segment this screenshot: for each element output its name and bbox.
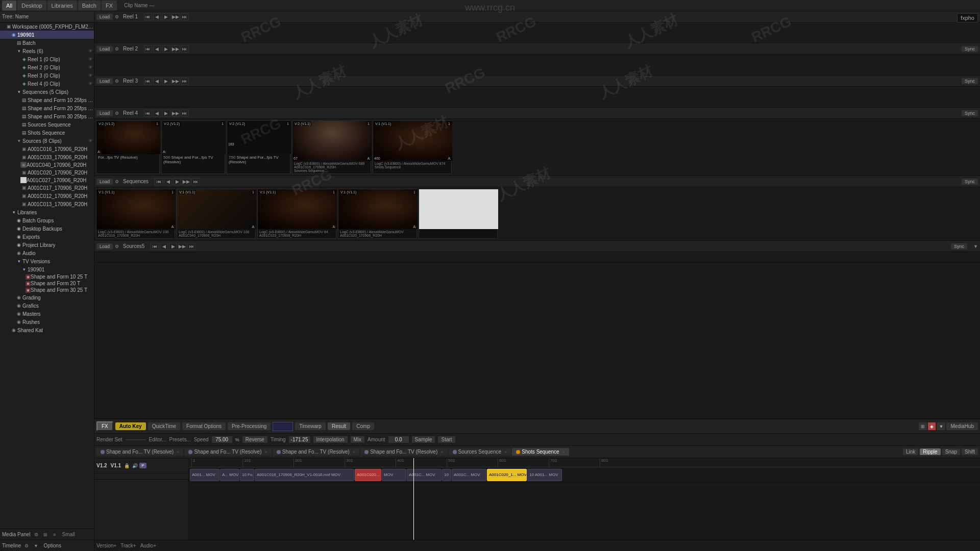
tree-audio[interactable]: ◉ Audio — [0, 249, 94, 257]
tree-area[interactable]: ▣ Workspace (0005_FXPHD_FLM219_190625...… — [0, 22, 94, 529]
tclip-8[interactable]: A001C... MOV — [452, 469, 486, 481]
link-btn[interactable]: Link — [903, 448, 918, 455]
tree-seq2[interactable]: ▤ Shape and Form 20 25fps TV (Re... — [0, 104, 94, 112]
seq-tab-0[interactable]: Shape and Fo... TV (Resolve) × — [96, 448, 183, 456]
reel1-nav-begin[interactable]: ⏮ — [144, 13, 152, 20]
tree-masters[interactable]: ◉ Masters — [0, 310, 94, 318]
tclip-5[interactable]: MOV — [382, 469, 406, 481]
tree-workspace[interactable]: ▣ Workspace (0005_FXPHD_FLM219_190625... — [0, 22, 94, 31]
reel1-nav-end[interactable]: ⏭ — [181, 13, 189, 20]
tclip-4[interactable]: A001C020... MOV — [355, 469, 381, 481]
sources-nav-play[interactable]: ▶ — [169, 243, 177, 250]
reel3-load-btn[interactable]: Load — [96, 78, 113, 84]
tclip-7[interactable]: 10 — [442, 469, 451, 481]
timing-val[interactable]: -171.25 — [289, 436, 310, 443]
interp-btn[interactable]: Interpolation — [313, 436, 348, 443]
reel2-load-btn[interactable]: Load — [96, 46, 113, 52]
timewarp-btn[interactable]: Timewarp — [295, 422, 326, 430]
tree-src8[interactable]: ▣ A001C013_170906_R20H — [0, 200, 94, 208]
clip-r4-3[interactable]: V:2 (V1.2) 1 183 750 Shape and For...fps… — [227, 120, 290, 174]
tree-src7[interactable]: ▣ A001C012_170906_R20H — [0, 192, 94, 200]
sources-sync-btn[interactable]: Sync — [951, 243, 967, 249]
clip-seq-2[interactable]: V:1 (V1.1) 1 A: LogC (v3-El800) / AlexaW… — [177, 189, 256, 239]
clip-seq-1[interactable]: V:1 (V1.1) 1 A: LogC (v3-El800) / AlexaW… — [96, 189, 175, 239]
tree-project[interactable]: ◉ 190901 — [0, 31, 94, 39]
track-lock-icon[interactable]: 🔒 — [124, 463, 130, 468]
mix-btn[interactable]: Mix — [351, 436, 365, 443]
reel3-nav-end[interactable]: ⏭ — [181, 78, 189, 85]
amount-val[interactable]: 0.0 — [388, 436, 409, 443]
tree-shared[interactable]: ◉ Shared Kat — [0, 326, 94, 334]
sources-nav-end[interactable]: ⏭ — [187, 243, 195, 250]
tree-seq4[interactable]: ▤ Sources Sequence — [0, 120, 94, 129]
timeline-options-icon[interactable]: ▼ — [32, 542, 39, 549]
reel2-nav-next[interactable]: ▶▶ — [172, 45, 180, 53]
sources-nav-prev[interactable]: ◀ — [160, 243, 168, 250]
seq-nav-begin[interactable]: ⏮ — [155, 178, 163, 185]
tab-libraries[interactable]: Libraries — [47, 1, 77, 11]
tree-tv1[interactable]: ■ Shape and Form 10 25 T — [0, 273, 94, 280]
reel4-nav-next[interactable]: ▶▶ — [172, 110, 180, 117]
seq-tab-close-4[interactable]: × — [504, 449, 507, 455]
tab-all[interactable]: All — [2, 1, 16, 11]
clip-r4-2[interactable]: V:2 (V1.2) 1 A: 500 Shape and For...fps … — [161, 120, 225, 174]
tclip-0[interactable]: A001... MOV — [190, 469, 219, 481]
tree-tv2[interactable]: ■ Shape and Form 20 T — [0, 280, 94, 287]
reel4-nav-begin[interactable]: ⏮ — [144, 110, 152, 117]
tree-libraries[interactable]: ▾ Libraries — [0, 208, 94, 216]
reel4-nav-play[interactable]: ▶ — [162, 110, 170, 117]
reel3-nav-begin[interactable]: ⏮ — [144, 78, 152, 85]
tree-seq5[interactable]: ▤ Shots Sequence — [0, 129, 94, 137]
tree-reel4[interactable]: ◈ Reel 4 (0 Clip) 👁 — [0, 80, 94, 88]
tclip-2[interactable]: 10 Fo... 10 — [240, 469, 254, 481]
track-speaker-icon[interactable]: 🔊 — [132, 463, 138, 468]
format-btn[interactable]: Format Options — [182, 422, 226, 430]
tree-lib4[interactable]: ◉ Project Library — [0, 241, 94, 249]
icon-btn-2[interactable]: ◈ — [928, 422, 936, 430]
reel4-nav-end[interactable]: ⏭ — [181, 110, 189, 117]
seq-tab-4[interactable]: Sources Sequence × — [449, 448, 511, 456]
reel4-nav-prev[interactable]: ◀ — [153, 110, 161, 117]
reverse-btn[interactable]: Reverse — [242, 436, 267, 443]
sources-nav-next[interactable]: ▶▶ — [178, 243, 186, 250]
comp-btn[interactable]: Comp — [352, 422, 374, 430]
tree-reels[interactable]: ▾ Reels (6) 👁 — [0, 47, 94, 55]
reel2-nav-end[interactable]: ⏭ — [181, 45, 189, 53]
render-set-val[interactable] — [126, 439, 146, 440]
start-btn[interactable]: Start — [438, 436, 455, 443]
reel2-nav-begin[interactable]: ⏮ — [144, 45, 152, 53]
tree-batch[interactable]: ▤ Batch — [0, 39, 94, 47]
reel2-nav-prev[interactable]: ◀ — [153, 45, 161, 53]
sources-nav-begin[interactable]: ⏮ — [151, 243, 159, 250]
shift-btn[interactable]: Shift — [962, 448, 978, 455]
tab-batch[interactable]: Batch — [78, 1, 101, 11]
tree-lib1[interactable]: ◉ Batch Groups — [0, 216, 94, 224]
reel1-nav-prev[interactable]: ◀ — [153, 13, 161, 20]
tree-sources[interactable]: ▾ Sources (8 Clips) 👁 — [0, 137, 94, 145]
options-label[interactable]: Options — [43, 543, 61, 548]
seq-nav-prev[interactable]: ◀ — [164, 178, 172, 185]
tree-rushes[interactable]: ◉ Rushes — [0, 318, 94, 326]
tree-lib3[interactable]: ◉ Exports — [0, 233, 94, 241]
seq-nav-play[interactable]: ▶ — [173, 178, 181, 185]
tree-reel3[interactable]: ◈ Reel 3 (0 Clip) 👁 — [0, 71, 94, 80]
tclip-10[interactable]: 10 A001... MOV — [527, 469, 562, 481]
seq-tab-close-5[interactable]: × — [562, 449, 565, 455]
tree-190901sub[interactable]: ▾ 190901 — [0, 265, 94, 273]
tclip-1[interactable]: A... MOV — [220, 469, 239, 481]
ripple-btn[interactable]: Ripple — [920, 448, 940, 455]
seq-tab-close-0[interactable]: × — [177, 449, 179, 455]
tree-seq1[interactable]: ▤ Shape and Form 10 25fps TV (Re... — [0, 96, 94, 104]
clip-r4-5[interactable]: V:1 (V1.1) 1 460 A: LogC (v3-El800) / Al… — [373, 120, 452, 174]
reel3-nav-next[interactable]: ▶▶ — [172, 78, 180, 85]
icon-btn-3[interactable]: ▼ — [937, 422, 945, 430]
tclip-9[interactable]: A001C020_1... MOV — [487, 469, 527, 481]
tree-src5[interactable]: □ A001C027_170906_R20H — [0, 177, 94, 184]
seq-nav-end[interactable]: ⏭ — [191, 178, 200, 185]
seq-load-btn[interactable]: Load — [96, 179, 113, 185]
preproc-btn[interactable]: Pre-Processing — [228, 422, 271, 430]
sample-btn[interactable]: Sample — [412, 436, 435, 443]
speed-val[interactable]: 75.00 — [212, 436, 232, 443]
seq-tab-1[interactable]: Shape and Fo... TV (Resolve) × — [184, 448, 271, 456]
media-panel-gear-icon[interactable]: ⚙ — [33, 531, 40, 538]
